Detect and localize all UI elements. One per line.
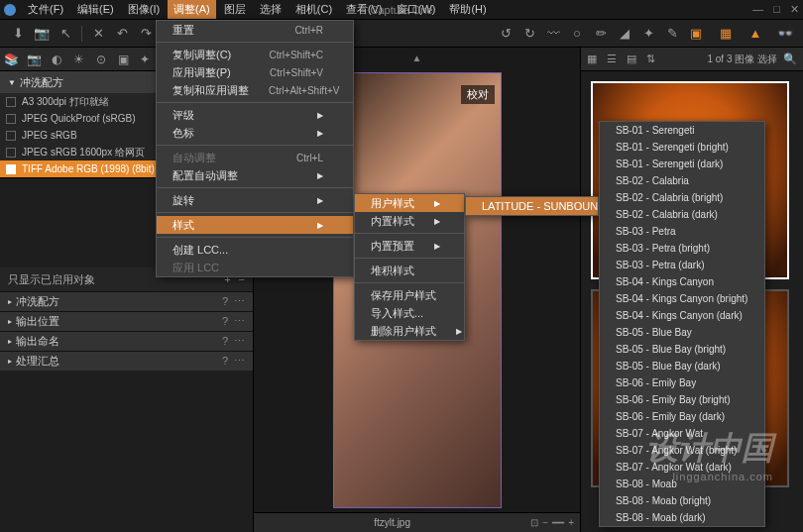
undo-icon[interactable]: ↶ xyxy=(112,24,132,44)
mi-builtin-styles[interactable]: 内置样式▶ xyxy=(355,212,464,230)
image-counter: 1 of 3 图像 选择 xyxy=(707,53,777,66)
focus-mask-icon[interactable]: 👓 xyxy=(775,24,795,44)
mi-style-preset[interactable]: SB-08 - Moab (bright) xyxy=(600,492,764,509)
mi-style-preset[interactable]: SB-03 - Petra xyxy=(600,223,764,240)
import-icon[interactable]: ⬇ xyxy=(8,24,28,44)
view-grid-icon[interactable]: ▦ xyxy=(587,53,601,66)
mi-style-preset[interactable]: SB-01 - Serengeti (bright) xyxy=(600,139,764,156)
mi-color-label[interactable]: 色标▶ xyxy=(157,124,353,142)
rotate-right-icon[interactable]: ↻ xyxy=(519,24,539,44)
mi-style-preset[interactable]: SB-06 - Emily Bay (dark) xyxy=(600,408,764,425)
mi-style-preset[interactable]: SB-05 - Blue Bay (bright) xyxy=(600,341,764,358)
mi-style-preset[interactable]: SB-08 - Moab (dark) xyxy=(600,509,764,526)
maximize-button[interactable]: □ xyxy=(773,3,780,16)
tab-color-icon[interactable]: ◐ xyxy=(50,52,63,67)
eraser-icon[interactable]: ◢ xyxy=(615,24,634,44)
cursor-icon[interactable]: ↖ xyxy=(56,24,75,44)
user-styles-submenu: LATITUDE - SUNBOUND▶ xyxy=(465,196,599,216)
mi-style-preset[interactable]: SB-02 - Calabria (bright) xyxy=(600,189,764,206)
view-list-icon[interactable]: ☰ xyxy=(607,53,621,66)
mi-copy-apply[interactable]: 复制和应用调整Ctrl+Alt+Shift+V xyxy=(157,81,353,99)
mi-stack-styles[interactable]: 堆积样式 xyxy=(355,262,464,279)
section-output-naming[interactable]: ▸输出命名?⋯ xyxy=(0,331,253,351)
mi-style-preset[interactable]: SB-08 - Moab xyxy=(600,476,764,492)
tab-details-icon[interactable]: ✦ xyxy=(138,52,152,67)
zoom-in-icon[interactable]: + xyxy=(568,517,574,528)
zoom-out-icon[interactable]: − xyxy=(542,517,548,528)
menu-select[interactable]: 选择 xyxy=(254,0,287,19)
viewer-footer: ftzylt.jpg ⊡ − ━━ + xyxy=(254,512,580,532)
mi-style-preset[interactable]: SB-06 - Emily Bay (bright) xyxy=(600,391,764,408)
mi-style-preset[interactable]: SB-04 - Kings Canyon (dark) xyxy=(600,307,764,324)
tab-capture-icon[interactable]: 📷 xyxy=(27,52,42,67)
mi-style-preset[interactable]: SB-07 - Angkor Wat (dark) xyxy=(600,459,764,476)
titlebar: 文件(F) 编辑(E) 图像(I) 调整(A) 图层 选择 相机(C) 查看(V… xyxy=(0,0,803,20)
section-process-summary[interactable]: ▸处理汇总?⋯ xyxy=(0,351,253,371)
search-icon[interactable]: 🔍 xyxy=(783,53,797,66)
up-arrow-icon[interactable]: ▲ xyxy=(412,53,422,63)
tab-library-icon[interactable]: 📚 xyxy=(4,52,19,67)
mi-rating[interactable]: 评级▶ xyxy=(157,106,353,124)
menu-adjust[interactable]: 调整(A) xyxy=(168,0,216,19)
menu-image[interactable]: 图像(I) xyxy=(122,0,166,19)
menu-file[interactable]: 文件(F) xyxy=(22,0,69,19)
view-filmstrip-icon[interactable]: ▤ xyxy=(627,53,640,66)
mi-style-preset[interactable]: SB-07 - Angkor Wat (bright) xyxy=(600,442,764,459)
mi-create-lcc[interactable]: 创建 LCC... xyxy=(157,241,353,259)
mi-style-preset[interactable]: SB-04 - Kings Canyon (bright) xyxy=(600,290,764,307)
reject-icon[interactable]: ✕ xyxy=(88,24,108,44)
mi-style-preset[interactable]: SB-03 - Petra (bright) xyxy=(600,240,764,257)
mi-user-styles[interactable]: 用户样式▶ xyxy=(355,194,464,212)
alert-icon[interactable]: ▲ xyxy=(746,24,765,44)
mi-style-preset[interactable]: SB-04 - Kings Canyon xyxy=(600,273,764,290)
mi-style-preset[interactable]: SB-01 - Serengeti (dark) xyxy=(600,156,764,172)
mi-import-style[interactable]: 导入样式... xyxy=(355,304,464,322)
minimize-button[interactable]: — xyxy=(752,3,763,16)
zoom-slider[interactable]: ━━ xyxy=(552,517,564,528)
mi-auto-adj: 自动调整Ctrl+L xyxy=(157,149,353,166)
brush-icon[interactable]: ✏ xyxy=(591,24,611,44)
mi-style-preset[interactable]: SB-07 - Angkor Wat xyxy=(600,425,764,442)
eyedropper-icon[interactable]: ✎ xyxy=(662,24,682,44)
mi-styles[interactable]: 样式▶ xyxy=(157,216,353,234)
mi-style-preset[interactable]: SB-05 - Blue Bay xyxy=(600,324,764,341)
rotate-left-icon[interactable]: ↺ xyxy=(496,24,516,44)
tab-crop-icon[interactable]: ▣ xyxy=(116,52,130,67)
mi-style-preset[interactable]: SB-02 - Calabria xyxy=(600,172,764,189)
menu-camera[interactable]: 相机(C) xyxy=(289,0,338,19)
section-output-location[interactable]: ▸输出位置?⋯ xyxy=(0,311,253,331)
menu-layer[interactable]: 图层 xyxy=(218,0,252,19)
menu-help[interactable]: 帮助(H) xyxy=(443,0,492,19)
exposure-warning-icon[interactable]: ▣ xyxy=(686,24,706,44)
mi-save-user-style[interactable]: 保存用户样式 xyxy=(355,286,464,304)
mi-reset[interactable]: 重置Ctrl+R xyxy=(157,21,353,39)
mi-latitude-sunbound[interactable]: LATITUDE - SUNBOUND▶ xyxy=(466,197,598,215)
style-presets-submenu: SB-01 - SerengetiSB-01 - Serengeti (brig… xyxy=(599,121,765,527)
mi-style-preset[interactable]: SB-05 - Blue Bay (dark) xyxy=(600,358,764,374)
grid-icon[interactable]: ▦ xyxy=(716,24,736,44)
redo-icon[interactable]: ↷ xyxy=(136,24,156,44)
mi-style-preset[interactable]: SB-02 - Calabria (dark) xyxy=(600,206,764,223)
mi-builtin-presets[interactable]: 内置预置▶ xyxy=(355,237,464,255)
mi-style-preset[interactable]: SB-03 - Petra (dark) xyxy=(600,257,764,273)
mi-config-auto[interactable]: 配置自动调整▶ xyxy=(157,166,353,184)
browser-toolbar: ▦ ☰ ▤ ⇅ 1 of 3 图像 选择 🔍 xyxy=(581,48,803,71)
mi-style-preset[interactable]: SB-06 - Emily Bay xyxy=(600,374,764,391)
mi-delete-user-style[interactable]: 删除用户样式▶ xyxy=(355,322,464,340)
sort-icon[interactable]: ⇅ xyxy=(646,53,660,66)
menu-edit[interactable]: 编辑(E) xyxy=(71,0,120,19)
mi-rotate[interactable]: 旋转▶ xyxy=(157,191,353,209)
path-icon[interactable]: 〰 xyxy=(543,24,563,44)
window-controls: — □ ✕ xyxy=(752,3,799,16)
tab-lens-icon[interactable]: ⊙ xyxy=(94,52,108,67)
capture-icon[interactable]: 📷 xyxy=(32,24,52,44)
tab-exposure-icon[interactable]: ☀ xyxy=(71,52,85,67)
section-recipe[interactable]: ▸冲洗配方?⋯ xyxy=(0,291,253,311)
zoom-fit-icon[interactable]: ⊡ xyxy=(530,517,538,528)
close-button[interactable]: ✕ xyxy=(790,3,799,16)
circle-icon[interactable]: ○ xyxy=(567,24,587,44)
mi-apply-adj[interactable]: 应用调整(P)Ctrl+Shift+V xyxy=(157,63,353,81)
heal-icon[interactable]: ✦ xyxy=(638,24,658,44)
mi-style-preset[interactable]: SB-01 - Serengeti xyxy=(600,122,764,139)
mi-copy-adj[interactable]: 复制调整(C)Ctrl+Shift+C xyxy=(157,46,353,63)
